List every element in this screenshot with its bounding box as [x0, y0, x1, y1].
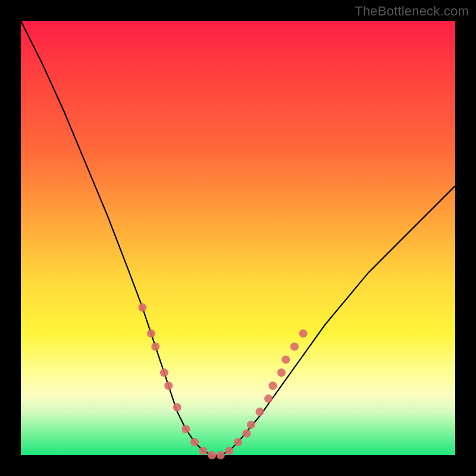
curve-marker [277, 368, 286, 377]
curve-marker [181, 425, 190, 433]
curve-marker [243, 430, 251, 438]
curve-marker [225, 447, 233, 455]
curve-markers [138, 303, 307, 459]
curve-marker [208, 451, 216, 459]
curve-marker [147, 330, 155, 338]
curve-marker [190, 438, 199, 446]
curve-marker [173, 403, 181, 412]
curve-marker [290, 343, 299, 351]
curve-marker [256, 408, 264, 416]
curve-marker [299, 330, 308, 338]
bottleneck-curve [21, 21, 455, 455]
curve-marker [264, 394, 273, 403]
curve-svg [21, 21, 455, 455]
curve-marker [268, 381, 277, 390]
watermark-text: TheBottleneck.com [355, 4, 469, 19]
curve-marker [160, 368, 168, 377]
plot-area [21, 21, 455, 455]
curve-marker [281, 355, 290, 364]
curve-marker [199, 447, 208, 455]
curve-marker [217, 451, 225, 459]
curve-marker [151, 343, 159, 351]
chart-frame: TheBottleneck.com [0, 0, 476, 476]
curve-marker [234, 438, 242, 446]
curve-marker [138, 303, 146, 312]
curve-marker [164, 381, 173, 390]
curve-marker [247, 421, 255, 429]
